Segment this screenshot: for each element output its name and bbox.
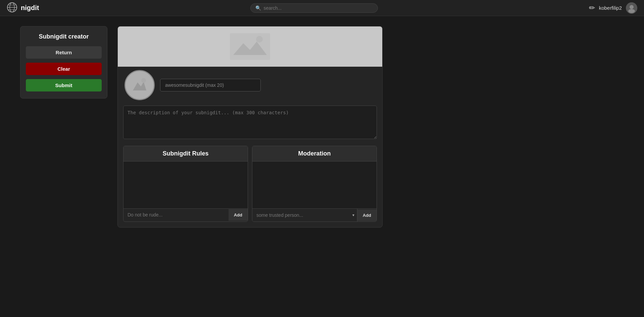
page-content: Subnigdit creator Return Clear Submit (0, 16, 644, 238)
moderation-add-button[interactable]: Add (357, 209, 377, 221)
nav-left: nigdit (7, 2, 39, 14)
description-textarea[interactable] (123, 106, 377, 139)
svg-rect-8 (230, 33, 270, 60)
submit-button[interactable]: Submit (26, 79, 102, 91)
top-nav: nigdit 🔍 ✏ koberfilip2 (0, 0, 644, 16)
panels-row: Subnigdit Rules Add Moderation ▾ Add (123, 146, 377, 222)
avatar[interactable] (626, 2, 637, 14)
rules-panel: Subnigdit Rules Add (123, 146, 248, 222)
rules-panel-footer: Add (123, 208, 248, 221)
username-label: koberfilip2 (599, 5, 622, 11)
subnigdit-name-input[interactable] (160, 79, 261, 91)
description-area (123, 106, 377, 140)
edit-icon[interactable]: ✏ (589, 4, 595, 12)
svg-point-7 (628, 9, 635, 13)
rules-add-button[interactable]: Add (229, 209, 248, 221)
moderation-panel: Moderation ▾ Add (252, 146, 377, 222)
sidebar-panel: Subnigdit creator Return Clear Submit (20, 26, 107, 99)
svg-point-6 (630, 5, 634, 9)
rules-input[interactable] (123, 209, 229, 221)
sidebar: Subnigdit creator Return Clear Submit (20, 26, 107, 228)
main-form: Subnigdit Rules Add Moderation ▾ Add (117, 26, 383, 228)
search-input[interactable] (264, 5, 373, 11)
avatar-upload[interactable] (125, 70, 155, 100)
moderation-panel-header: Moderation (252, 146, 377, 162)
profile-row (118, 67, 382, 106)
globe-icon (7, 2, 17, 14)
moderation-panel-body (252, 162, 377, 208)
moderation-select-wrapper: ▾ (252, 209, 357, 221)
rules-panel-header: Subnigdit Rules (123, 146, 248, 162)
svg-point-9 (256, 36, 263, 43)
nav-right: ✏ koberfilip2 (589, 2, 637, 14)
rules-panel-body (123, 162, 248, 208)
site-title: nigdit (21, 4, 39, 12)
search-icon: 🔍 (255, 5, 261, 11)
clear-button[interactable]: Clear (26, 63, 102, 75)
banner-placeholder (230, 33, 270, 60)
sidebar-title: Subnigdit creator (26, 33, 102, 40)
banner-area[interactable] (118, 26, 382, 67)
search-bar: 🔍 (250, 3, 378, 13)
moderation-input[interactable] (252, 209, 357, 221)
moderation-panel-footer: ▾ Add (252, 208, 377, 221)
svg-point-11 (141, 78, 146, 83)
return-button[interactable]: Return (26, 46, 102, 59)
